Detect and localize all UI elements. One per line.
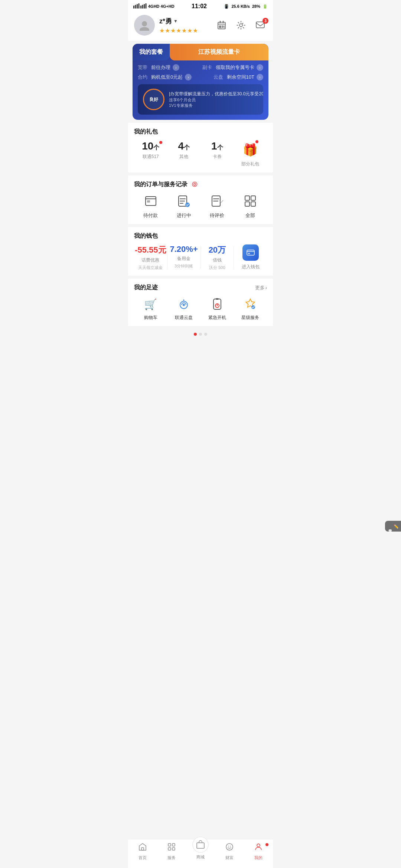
- svg-text:签到: 签到: [219, 25, 225, 29]
- gift-label-other: 其他: [179, 154, 188, 160]
- svg-point-9: [140, 27, 149, 31]
- banner-scroll-text: |办宽带缓解流量压力，优惠价低至30.0元享受200M速: [169, 91, 263, 97]
- contract-label: 合约: [138, 74, 147, 80]
- gift-item-517[interactable]: 10个 联通517: [134, 140, 167, 160]
- svg-rect-6: [144, 4, 145, 9]
- all-orders-label: 全部: [245, 212, 255, 219]
- plan-row-2: 合约 购机低至0元起 › 云盘 剩余空间10T ›: [138, 74, 263, 80]
- gift-label-517: 联通517: [143, 154, 159, 160]
- svg-rect-1: [135, 5, 136, 9]
- wallet-reserve-label: 备用金: [177, 256, 190, 262]
- gift-row: 10个 联通517 4个 其他 1个 卡券 🎁: [134, 140, 267, 167]
- wallet-reserve[interactable]: 7.20%+ 备用金 3分钟到账: [167, 244, 200, 269]
- dot-active: [194, 333, 197, 336]
- checkin-button[interactable]: 签到: [215, 19, 228, 32]
- svg-rect-31: [247, 250, 254, 255]
- footprint-emergency[interactable]: 紧急开机: [200, 296, 234, 321]
- svg-rect-12: [220, 21, 221, 23]
- profile-header: z*勇 ▼ ★★★★★★★ 签到: [128, 11, 273, 41]
- plan-card: 我的套餐 江苏视频流量卡 宽带 前往办理 › 副卡 领取我的专属号卡 › 合约: [133, 44, 268, 120]
- order-pending-review[interactable]: 待评价: [200, 193, 234, 219]
- wallet-loan[interactable]: 20万 借钱 沃分 500: [201, 244, 234, 270]
- plan-tab-active[interactable]: 我的套餐: [133, 44, 170, 60]
- network-label: 4GHD 4G+HD: [148, 4, 175, 9]
- wallet-discount-label: 话费优惠: [141, 257, 159, 263]
- in-progress-icon: [176, 193, 192, 209]
- username-arrow: ▼: [173, 19, 178, 24]
- wallet-title: 我的钱包: [134, 232, 267, 240]
- orders-help-icon[interactable]: ⓪: [192, 181, 197, 188]
- svg-point-15: [239, 24, 242, 27]
- plan-broadband[interactable]: 宽带 前往办理 ›: [138, 64, 179, 71]
- status-network: 4GHD 4G+HD: [133, 3, 175, 10]
- footprint-more[interactable]: 更多 ›: [255, 285, 267, 291]
- order-in-progress[interactable]: 进行中: [167, 193, 201, 219]
- wallet-discount-amount: -55.55元: [135, 244, 166, 256]
- plan-subcard[interactable]: 副卡 领取我的专属号卡 ›: [202, 64, 263, 71]
- svg-point-34: [183, 304, 185, 306]
- broadband-link: 前往办理: [151, 64, 170, 71]
- gift-dot-517: [159, 141, 162, 144]
- network-icon: [133, 3, 147, 10]
- plan-tab-inactive[interactable]: 江苏视频流量卡: [170, 44, 268, 60]
- avatar[interactable]: [134, 15, 155, 36]
- in-progress-label: 进行中: [177, 212, 191, 219]
- status-time: 11:02: [192, 3, 207, 10]
- star-service-label: 星级服务: [241, 315, 259, 321]
- gift-count-coupon: 1个: [211, 140, 223, 152]
- dot-inactive: [199, 333, 202, 336]
- cloud-drive-icon: [176, 296, 192, 312]
- username[interactable]: z*勇 ▼: [159, 17, 198, 26]
- gift-item-box[interactable]: 🎁 部分礼包: [234, 140, 267, 167]
- settings-button[interactable]: [234, 19, 248, 32]
- wallet-loan-amount: 20万: [209, 244, 226, 256]
- gifts-section: 我的礼包 10个 联通517 4个 其他 1个 卡券: [128, 123, 273, 172]
- user-stars: ★★★★★★★: [159, 27, 198, 34]
- wallet-enter-icon: [242, 244, 259, 261]
- wallet-enter-label: 进入钱包: [242, 264, 260, 270]
- broadband-arrow: ›: [173, 64, 179, 71]
- plan-row-1: 宽带 前往办理 › 副卡 领取我的专属号卡 ›: [138, 64, 263, 71]
- wallet-enter[interactable]: 进入钱包: [234, 244, 267, 270]
- pending-review-label: 待评价: [210, 212, 224, 219]
- gifts-title: 我的礼包: [134, 128, 267, 136]
- wallet-reserve-rate: 7.20%+: [170, 244, 198, 254]
- message-button[interactable]: 3: [254, 19, 267, 32]
- all-orders-icon: [242, 193, 258, 209]
- pending-review-icon: [209, 193, 225, 209]
- subcard-arrow: ›: [257, 64, 263, 71]
- plan-contract[interactable]: 合约 购机低至0元起 ›: [138, 74, 192, 80]
- emergency-label: 紧急开机: [208, 315, 226, 321]
- order-pending-pay[interactable]: 待付款: [134, 193, 167, 219]
- footprint-cart[interactable]: 🛒 购物车: [134, 296, 167, 321]
- wallet-loan-label: 借钱: [213, 257, 222, 263]
- dot-inactive-2: [204, 333, 207, 336]
- message-badge: 3: [263, 18, 268, 24]
- plan-cloud[interactable]: 云盘 剩余空间10T ›: [213, 74, 263, 80]
- subcard-link: 领取我的专属号卡: [216, 64, 254, 71]
- gift-item-other[interactable]: 4个 其他: [167, 140, 201, 160]
- gift-label-box: 部分礼包: [241, 161, 259, 167]
- svg-rect-13: [223, 21, 224, 23]
- plan-tabs: 我的套餐 江苏视频流量卡: [133, 44, 268, 60]
- svg-rect-28: [251, 196, 255, 200]
- svg-rect-36: [216, 298, 219, 300]
- orders-section: 我的订单与服务记录 ⓪ 待付款: [128, 175, 273, 224]
- banner-sub1: 连享6个月会员: [169, 97, 263, 103]
- svg-rect-18: [147, 200, 150, 203]
- subcard-label: 副卡: [202, 64, 212, 71]
- footprint-row: 🛒 购物车 联通云盘: [134, 296, 267, 321]
- contract-link: 购机低至0元起: [151, 74, 183, 80]
- footprint-star-service[interactable]: 星级服务: [234, 296, 267, 321]
- gift-item-coupon[interactable]: 1个 卡券: [200, 140, 234, 160]
- status-bar: 4GHD 4G+HD 11:02 📳 25.6 KB/s 28% 🔋: [128, 0, 273, 11]
- order-all[interactable]: 全部: [234, 193, 267, 219]
- wallet-reserve-sub: 3分钟到账: [175, 263, 193, 269]
- wallet-loan-sub: 沃分 500: [209, 265, 225, 270]
- footprint-cloud[interactable]: 联通云盘: [167, 296, 201, 321]
- footprint-section: 我的足迹 更多 › 🛒 购物车 联通云盘: [128, 279, 273, 326]
- battery-icon: 🔋: [263, 4, 268, 9]
- vibrate-icon: 📳: [224, 4, 229, 9]
- wallet-discount[interactable]: -55.55元 话费优惠 天天领立减金: [134, 244, 167, 270]
- wallet-discount-sub: 天天领立减金: [138, 265, 163, 270]
